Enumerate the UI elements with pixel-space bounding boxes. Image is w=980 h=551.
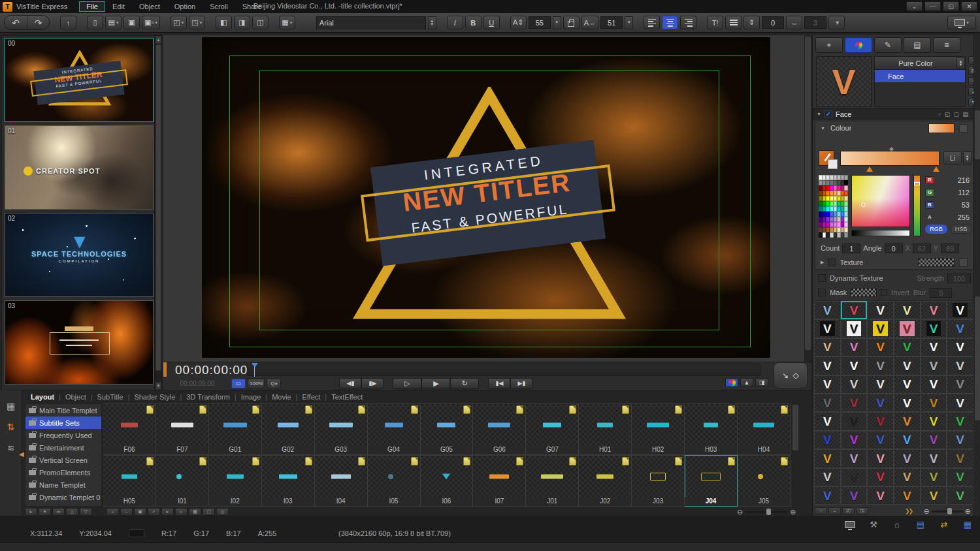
style-preset-39[interactable]: V xyxy=(894,412,921,430)
palette-swatch-7[interactable] xyxy=(844,175,848,180)
loop-button[interactable]: ↻ xyxy=(450,378,479,389)
template-G07[interactable]: G07 xyxy=(526,403,579,455)
style-preset-37[interactable]: V xyxy=(841,412,868,430)
preset-remove-button[interactable]: − xyxy=(828,507,841,515)
template-G06[interactable]: G06 xyxy=(473,403,526,455)
restore-button[interactable]: ◱ xyxy=(943,1,959,11)
underline-button[interactable]: U xyxy=(483,16,500,29)
template-H05[interactable]: H05 xyxy=(103,455,156,507)
style-preset-30[interactable]: V xyxy=(814,394,841,412)
template-G05[interactable]: G05 xyxy=(421,403,474,455)
template-J03[interactable]: J03 xyxy=(632,455,685,507)
bold-button[interactable]: B xyxy=(465,16,482,29)
style-preset-62[interactable]: V xyxy=(867,486,894,505)
rgb-mode-button[interactable]: RGB xyxy=(925,225,947,234)
style-preset-58[interactable]: V xyxy=(921,468,947,486)
blur-field[interactable]: 0 xyxy=(930,288,952,298)
style-preset-20[interactable]: V xyxy=(867,356,894,375)
style-preset-53[interactable]: V xyxy=(947,449,973,467)
bottom-tab-shader-style[interactable]: Shader Style xyxy=(129,393,180,401)
template-I04[interactable]: I04 xyxy=(315,455,368,507)
style-preset-24[interactable]: V xyxy=(814,375,841,394)
palette-swatch-63[interactable] xyxy=(844,212,848,217)
preset-export-button[interactable]: ◳ xyxy=(856,507,868,515)
menu-option[interactable]: Option xyxy=(167,1,203,12)
style-preset-42[interactable]: V xyxy=(814,431,841,449)
style-preset-21[interactable]: V xyxy=(894,356,921,375)
layer-item-face[interactable]: Face xyxy=(875,70,965,82)
style-preset-63[interactable]: V xyxy=(894,486,921,505)
sort-arrows-icon[interactable]: ⇅ xyxy=(0,422,22,432)
template-option-2[interactable]: ▹ xyxy=(175,508,188,516)
style-preset-23[interactable]: V xyxy=(947,356,973,375)
split-view-button[interactable]: ◨ xyxy=(755,378,768,387)
style-preset-19[interactable]: V xyxy=(841,356,868,375)
style-preset-25[interactable]: V xyxy=(841,375,868,394)
tab-effects[interactable]: ✎ xyxy=(874,37,902,53)
palette-swatch-39[interactable] xyxy=(844,196,848,201)
style-preset-51[interactable]: V xyxy=(894,449,921,467)
style-preset-2[interactable]: V xyxy=(867,301,894,319)
apply-template-button[interactable]: ✓ xyxy=(148,508,160,516)
go-to-start-button[interactable]: ▮◀ xyxy=(488,378,510,389)
saturation-value-picker[interactable] xyxy=(851,175,910,227)
hsb-mode-button[interactable]: HSB xyxy=(950,225,972,234)
category-entertainment[interactable]: Entertainment xyxy=(25,441,101,454)
spacing-dropdown[interactable]: ▼ xyxy=(828,16,845,29)
template-F06[interactable]: F06 xyxy=(103,403,156,455)
template-option-4[interactable]: ▢ xyxy=(203,508,215,516)
hue-slider[interactable] xyxy=(913,175,921,236)
style-preset-59[interactable]: V xyxy=(947,468,973,486)
right-panel-scrollbar[interactable] xyxy=(973,35,980,516)
template-H02[interactable]: H02 xyxy=(632,403,685,455)
tab-document[interactable]: ▤ xyxy=(904,37,931,53)
gradient-stop-left[interactable] xyxy=(866,166,873,172)
bottom-tab-effect[interactable]: Effect xyxy=(297,393,325,401)
style-preset-11[interactable]: V xyxy=(947,319,973,338)
bottom-tab-subtitle[interactable]: SubTitle xyxy=(93,393,128,401)
lock-aspect-button[interactable] xyxy=(563,16,580,29)
style-preset-40[interactable]: V xyxy=(921,412,947,430)
title-thumbnail-03[interactable]: 03 xyxy=(5,300,154,385)
template-option-5[interactable]: ◎ xyxy=(216,508,229,516)
gradient-bar[interactable] xyxy=(840,151,939,166)
preset-zoom-in-icon[interactable]: ⊕ xyxy=(965,507,971,516)
layers-icon[interactable]: ▤ xyxy=(913,518,928,530)
thumbnails-scrollbar[interactable]: ▲ ▼ xyxy=(154,36,161,390)
texture-preview-chip[interactable] xyxy=(918,258,955,267)
play-from-start-button[interactable]: ▷ xyxy=(393,378,421,389)
kerning-field[interactable]: 51 xyxy=(600,16,623,29)
category-frequently-used[interactable]: Frequently Used xyxy=(25,429,101,441)
style-preset-49[interactable]: V xyxy=(841,449,868,467)
style-preset-50[interactable]: V xyxy=(867,449,894,467)
style-preset-35[interactable]: V xyxy=(947,394,973,412)
zoom-out-icon[interactable]: ⊖ xyxy=(737,508,743,516)
style-preset-10[interactable]: V xyxy=(921,319,947,338)
font-size-spinner[interactable]: ▼ xyxy=(553,16,561,29)
collapse-window-button[interactable]: ⌄ xyxy=(906,1,923,11)
style-preset-5[interactable]: V xyxy=(947,301,973,319)
style-preset-28[interactable]: V xyxy=(921,375,947,394)
style-preset-33[interactable]: V xyxy=(894,394,921,412)
style-preset-61[interactable]: V xyxy=(841,486,868,505)
template-I01[interactable]: I01 xyxy=(156,455,209,507)
bottom-tab-image[interactable]: Image xyxy=(237,393,266,401)
template-G02[interactable]: G02 xyxy=(262,403,315,455)
style-preset-16[interactable]: V xyxy=(921,338,947,356)
display-output-button[interactable]: ▾ xyxy=(947,16,976,29)
zoom-slider[interactable] xyxy=(745,511,787,513)
tool-button-1[interactable]: ▸ xyxy=(25,508,37,516)
style-preset-44[interactable]: V xyxy=(867,431,894,449)
preview-scrollbar[interactable] xyxy=(804,35,811,362)
style-preset-17[interactable]: V xyxy=(947,338,973,356)
gradient-type-button[interactable]: Li xyxy=(943,151,962,165)
menu-object[interactable]: Object xyxy=(132,1,167,12)
dynamic-texture-checkbox[interactable]: ✓ xyxy=(818,274,826,282)
publish-button[interactable]: ↑ xyxy=(60,16,76,29)
style-preset-60[interactable]: V xyxy=(814,486,841,505)
template-grid-scrollbar[interactable] xyxy=(792,403,799,507)
style-preset-15[interactable]: V xyxy=(894,338,921,356)
transfer-icon[interactable]: ⇄ xyxy=(937,518,951,530)
scroll-down-button[interactable]: ▼ xyxy=(155,382,161,390)
clip-in-button[interactable]: ◧ xyxy=(216,16,232,29)
